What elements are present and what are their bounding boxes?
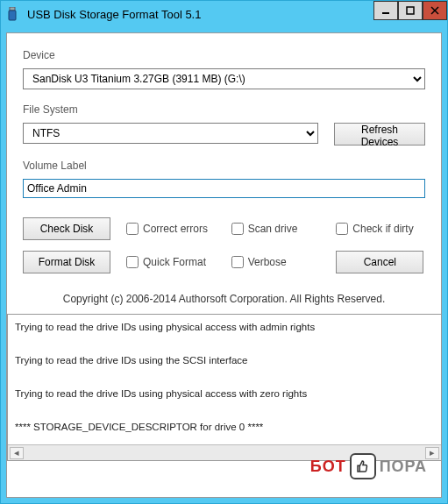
cancel-button[interactable]: Cancel [336,251,423,273]
quick-format-label: Quick Format [143,256,206,268]
quick-format-checkbox[interactable]: Quick Format [126,256,216,268]
device-select[interactable]: SanDisk U3 Titanium 3.27GB (3911 MB) (G:… [23,68,425,89]
volume-label-input[interactable] [23,179,425,198]
volume-label-label: Volume Label [23,160,425,172]
svg-rect-1 [9,11,16,20]
quick-format-input[interactable] [126,256,139,268]
log-line: Trying to read the drive IDs using physi… [15,388,434,399]
svg-rect-3 [407,7,414,14]
check-if-dirty-input[interactable] [336,223,348,235]
window-controls [373,1,447,20]
filesystem-select[interactable]: NTFS [23,123,318,144]
correct-errors-input[interactable] [126,223,139,235]
filesystem-label: File System [23,103,425,116]
copyright-text: Copyright (c) 2006-2014 Authorsoft Corpo… [23,293,425,305]
log-panel: Trying to read the drive IDs using physi… [7,314,441,461]
log-line: Trying to read the drive IDs using physi… [15,322,434,332]
close-button[interactable] [423,1,447,20]
scan-drive-checkbox[interactable]: Scan drive [231,223,321,235]
window: USB Disk Storage Format Tool 5.1 Device … [0,0,448,504]
check-disk-button[interactable]: Check Disk [23,217,110,240]
format-disk-button[interactable]: Format Disk [23,251,110,273]
correct-errors-checkbox[interactable]: Correct errors [126,223,216,235]
log-output[interactable]: Trying to read the drive IDs using physi… [8,315,441,444]
usb-drive-icon [6,7,18,21]
scroll-right-icon[interactable]: ▸ [425,447,439,459]
refresh-devices-button[interactable]: Refresh Devices [334,123,425,146]
maximize-button[interactable] [398,1,423,20]
verbose-checkbox[interactable]: Verbose [231,256,321,268]
window-title: USB Disk Storage Format Tool 5.1 [27,8,201,21]
log-line: **** STORAGE_DEVICE_DESCRIPTOR for drive… [15,422,434,432]
minimize-button[interactable] [373,1,398,20]
device-label: Device [23,49,425,61]
verbose-label: Verbose [248,256,287,268]
correct-errors-label: Correct errors [143,223,208,235]
titlebar[interactable]: USB Disk Storage Format Tool 5.1 [1,1,447,27]
client-area: Device SanDisk U3 Titanium 3.27GB (3911 … [6,32,442,498]
scan-drive-input[interactable] [231,223,244,235]
log-line: Trying to read the drive IDs using the S… [15,355,434,366]
check-if-dirty-label: Check if dirty [352,223,413,235]
scan-drive-label: Scan drive [248,223,298,235]
verbose-input[interactable] [231,256,244,268]
horizontal-scrollbar[interactable]: ◂ ▸ [8,444,441,460]
scroll-left-icon[interactable]: ◂ [10,447,24,459]
check-if-dirty-checkbox[interactable]: Check if dirty [336,223,425,235]
svg-rect-0 [10,7,15,11]
